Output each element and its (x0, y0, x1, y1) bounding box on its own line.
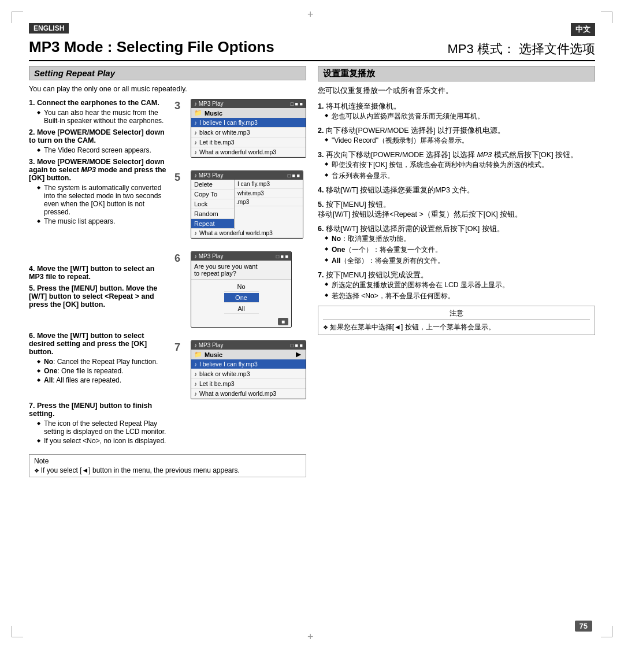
steps-list: 1. Connect the earphones to the CAM. You… (29, 99, 169, 445)
device-7-item-4: ♪ What a wonderful world.mp3 (191, 389, 306, 399)
step-4: 4. Move the [W/T] button to select an MP… (29, 265, 169, 281)
folder-icon-7: 📁 (194, 351, 202, 358)
device-5-bottom: ♪ What a wonderful world.mp3 (191, 229, 303, 238)
lang-chinese-label: 中文 (571, 23, 595, 36)
device-6-num: 6 (174, 253, 184, 265)
step-2-sub-1: The Video Record screen appears. (37, 146, 169, 154)
device-7-item-2-text: black or white.mp3 (199, 370, 250, 377)
zh-step-4-text: 移动[W/T] 按钮以选择您要重复的MP3 文件。 (326, 186, 475, 194)
note-label-en: Note (34, 457, 301, 465)
device-7-icons: □ ■ ■ (291, 343, 303, 348)
step-1: 1. Connect the earphones to the CAM. You… (29, 99, 169, 125)
device-5-repeat: Repeat (191, 219, 234, 229)
device-5-file-2-text: white.mp3 (237, 190, 264, 196)
corner-mark-tr (601, 12, 612, 23)
device-3-item-4-text: What a wonderful world.mp3 (199, 148, 276, 155)
device-3-folder: 📁 Music (191, 108, 306, 118)
music-icon-4: ♪ (194, 149, 197, 155)
device-5-file-3-text: .mp3 (236, 199, 249, 205)
device-3-item-1-text: I believe I can fly.mp3 (199, 119, 258, 126)
step-1-subs: You can also hear the music from the Bui… (29, 109, 169, 125)
zh-step-2-num: 2. (318, 127, 326, 135)
device-6-ok-icon: ■ (278, 318, 288, 325)
device-7-row: 7 ♪ MP3 Play □ ■ ■ 📁 Music ▶ (174, 340, 306, 399)
device-7-item-1-text: I believe I can fly.mp3 (199, 361, 258, 367)
zh-step-3-subs: 即使没有按下[OK] 按钮，系统也会在两秒钟内自动转换为所选的模式。 音乐列表将… (318, 160, 595, 181)
device-3-item-2-text: black or white.mp3 (199, 129, 250, 136)
col-left: Setting Repeat Play You can play the onl… (29, 66, 306, 482)
zh-step-1-text: 将耳机连接至摄像机。 (326, 102, 401, 110)
corner-mark-bl (12, 626, 23, 637)
device-6-prompt-1: Are you sure you want (194, 263, 288, 270)
center-mark-bottom (307, 631, 317, 640)
device-6-option-all: All (224, 304, 259, 314)
device-3-screen: ♪ MP3 Play □ ■ ■ 📁 Music ♪ I believe I c… (191, 99, 306, 158)
device-6-screen: ♪ MP3 Play □ ■ ■ Are you sure you want t… (191, 251, 292, 328)
zh-step-7: 7. 按下[MENU] 按钮以完成设置。 所选定的重复播放设置的图标将会在 LC… (318, 270, 595, 301)
zh-step-6-sub-3: All（全部）：将会重复所有的文件。 (325, 256, 595, 266)
step-7-text: 7. Press the [MENU] button to finish set… (29, 402, 152, 418)
device-3-item-1: ♪ I believe I can fly.mp3 (191, 118, 306, 128)
device-6-icons: □ ■ ■ (276, 254, 288, 259)
zh-step-6-sub-1: No：取消重复播放功能。 (325, 234, 595, 244)
device-6-row: 6 ♪ MP3 Play □ ■ ■ Are you sure you want… (174, 251, 306, 328)
device-6-title: ♪ MP3 Play (194, 253, 224, 259)
step-3: 3. Move [POWER/MODE Selector] down again… (29, 158, 169, 225)
device-5-file-1-text: I can fly.mp3 (237, 181, 270, 187)
zh-step-6-subs: No：取消重复播放功能。 One（一个）：将会重复一个文件。 All（全部）：将… (318, 234, 595, 266)
zh-step-2-text: 向下移动[POWER/MODE 选择器] 以打开摄像机电源。 (326, 127, 505, 135)
zh-step-5-text: 按下[MENU] 按钮。 (326, 201, 391, 209)
music-icon-7-1: ♪ (194, 361, 197, 367)
music-icon-5: ♪ (194, 230, 197, 236)
zh-step-2-sub-1: "Video Record"（视频录制）屏幕将会显示。 (325, 136, 595, 146)
step-7-sub-2: If you select <No>, no icon is displayed… (37, 437, 169, 445)
step-2: 2. Move [POWER/MODE Selector] down to tu… (29, 128, 169, 154)
intro-text-en: You can play the only one or all music r… (29, 85, 306, 93)
devices-column: 3 ♪ MP3 Play □ ■ ■ 📁 Music ♪ (174, 99, 306, 448)
step-7-subs: The icon of the selected Repeat Play set… (29, 419, 169, 445)
step-6-sub-1: No: Cancel the Repeat Play function. (37, 358, 169, 366)
device-5-title: ♪ MP3 Play (194, 172, 224, 179)
col-right: 设置重复播放 您可以仅重复播放一个或所有音乐文件。 1. 将耳机连接至摄像机。 … (318, 66, 595, 482)
device-7-screen: ♪ MP3 Play □ ■ ■ 📁 Music ▶ ♪ I believe I… (191, 340, 306, 399)
device-7-item-4-text: What a wonderful world.mp3 (199, 390, 276, 397)
step-4-text: 4. Move the [W/T] button to select an MP… (29, 265, 154, 281)
zh-step-1-subs: 您也可以从内置扬声器欣赏音乐而无须使用耳机。 (318, 112, 595, 121)
step-7: 7. Press the [MENU] button to finish set… (29, 402, 169, 445)
zh-step-1-sub-1: 您也可以从内置扬声器欣赏音乐而无须使用耳机。 (325, 112, 595, 121)
device-5-delete: Delete (191, 180, 234, 190)
zh-step-7-sub-2: 若您选择 <No>，将不会显示任何图标。 (325, 291, 595, 301)
zh-step-4: 4. 移动[W/T] 按钮以选择您要重复的MP3 文件。 (318, 185, 595, 195)
steps-text: 1. Connect the earphones to the CAM. You… (29, 99, 169, 448)
device-7-item-3: ♪ Let it be.mp3 (191, 379, 306, 389)
device-7-item-1: ♪ I believe I can fly.mp3 (191, 359, 306, 369)
step-2-subs: The Video Record screen appears. (29, 146, 169, 154)
note-box-en: Note If you select [◄] button in the men… (29, 454, 306, 477)
device-7-num: 7 (174, 341, 184, 354)
step-3-sub-1: The system is automatically converted in… (37, 184, 169, 216)
device-5-lock: Lock (191, 199, 234, 209)
device-6-ok-row: ■ (191, 316, 291, 327)
music-icon-7-2: ♪ (194, 371, 197, 377)
step-5-text: 5. Press the [MENU] button. Move the [W/… (29, 284, 157, 309)
device-6-option-one: One (224, 293, 259, 303)
device-6-option-no: No (224, 282, 259, 292)
device-5-body: Delete Copy To Lock Random Repeat I can … (191, 180, 303, 229)
device-5-row: 5 ♪ MP3 Play □ ■ ■ Delete Copy To Lock (174, 170, 306, 239)
zh-steps-list: 1. 将耳机连接至摄像机。 您也可以从内置扬声器欣赏音乐而无须使用耳机。 2. … (318, 102, 595, 301)
corner-mark-tl (12, 12, 23, 23)
device-3-item-3-text: Let it be.mp3 (199, 139, 235, 146)
folder-icon: 📁 (194, 109, 202, 117)
device-3-title: ♪ MP3 Play (194, 101, 224, 107)
zh-step-4-num: 4. (318, 186, 326, 194)
device-3-header: ♪ MP3 Play □ ■ ■ (191, 99, 306, 108)
step-7-sub-1: The icon of the selected Repeat Play set… (37, 419, 169, 436)
page-title-en: MP3 Mode : Selecting File Options (29, 38, 274, 56)
steps-and-devices: 1. Connect the earphones to the CAM. You… (29, 99, 306, 448)
page: ENGLISH 中文 MP3 Mode : Selecting File Opt… (0, 0, 624, 672)
step-6-sub-3: All: All files are repeated. (37, 376, 169, 384)
section-heading-zh: 设置重复播放 (318, 66, 595, 81)
music-icon-7-4: ♪ (194, 391, 197, 397)
device-6-prompt: Are you sure you want to repeat play? (191, 261, 291, 280)
zh-step-7-sub-1: 所选定的重复播放设置的图标将会在 LCD 显示器上显示。 (325, 280, 595, 290)
